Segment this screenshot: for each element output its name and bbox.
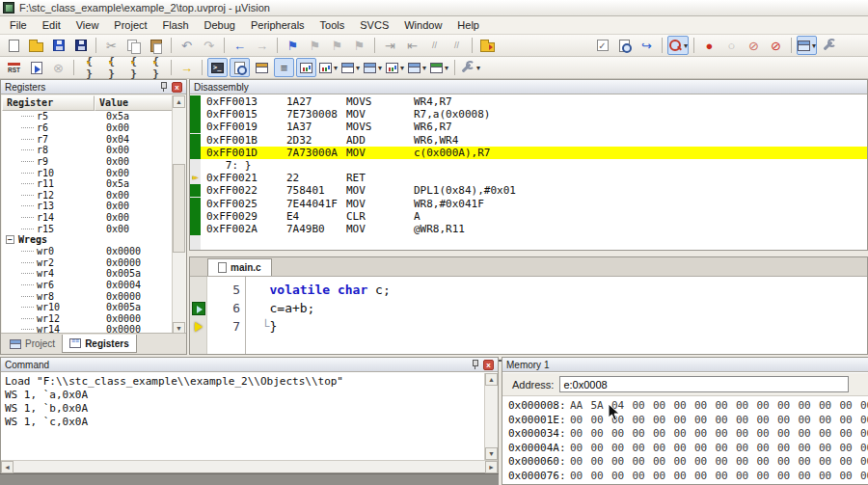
memory-byte[interactable]: 04 xyxy=(611,399,633,412)
command-output[interactable]: Load "F:\\stc_class_example\\example_2\\… xyxy=(1,373,484,460)
memory-byte[interactable]: 00 xyxy=(570,442,591,454)
disable-all-breakpoints-button[interactable]: ⊘ xyxy=(744,36,764,55)
memory-byte[interactable]: AA xyxy=(570,399,591,412)
memory-byte[interactable]: 00 xyxy=(611,470,633,482)
memory-byte[interactable]: 00 xyxy=(694,399,716,412)
memory-byte[interactable]: 00 xyxy=(799,399,820,412)
memory-byte[interactable]: 00 xyxy=(570,414,591,426)
register-row[interactable]: r140x00 xyxy=(2,212,174,224)
disassembly-row[interactable]: 0xFF001B2D32ADDWR6,WR4 xyxy=(190,134,867,147)
peripherals-windows-button[interactable]: ▾ xyxy=(429,58,449,77)
memory-byte[interactable]: 00 xyxy=(591,455,612,468)
memory-byte[interactable]: 00 xyxy=(860,427,868,440)
memory-byte[interactable]: 5A xyxy=(591,399,612,412)
kill-all-breakpoints-button[interactable]: ⊘ xyxy=(766,36,786,55)
memory-byte[interactable]: 00 xyxy=(570,470,591,482)
watch-windows-button[interactable]: ▾ xyxy=(363,58,383,77)
memory-byte[interactable]: 00 xyxy=(736,399,757,412)
register-row[interactable]: r110x5a xyxy=(2,178,174,190)
memory-byte[interactable]: 00 xyxy=(633,427,654,440)
memory-row[interactable]: 0x000076:0000000000000000000000000000000… xyxy=(508,470,868,484)
insert-breakpoint-button[interactable]: ● xyxy=(699,36,719,55)
stop-button[interactable]: ⊗ xyxy=(48,58,68,77)
memory-byte[interactable]: 00 xyxy=(736,427,757,440)
memory-byte[interactable]: 00 xyxy=(840,470,861,482)
memory-byte[interactable]: 00 xyxy=(674,427,695,440)
analysis-windows-button[interactable] xyxy=(296,58,316,77)
editor-line[interactable]: 6 c=a+b; xyxy=(190,299,867,317)
register-row[interactable]: r90x00 xyxy=(2,156,174,168)
next-bookmark-button[interactable]: ⚑ xyxy=(327,36,347,55)
disassembly-row[interactable]: ►0xFF002122RET xyxy=(190,172,867,184)
tab-main-c[interactable]: main.c xyxy=(207,258,272,276)
copy-button[interactable] xyxy=(123,36,144,55)
memory-byte[interactable]: 00 xyxy=(653,455,674,468)
uncomment-button[interactable]: // xyxy=(447,36,467,55)
memory-byte[interactable]: 00 xyxy=(757,455,778,468)
step-over-button[interactable]: { } xyxy=(101,58,122,77)
memory-byte[interactable]: 00 xyxy=(674,414,695,426)
command-window-button[interactable] xyxy=(207,58,228,77)
memory-byte[interactable]: 00 xyxy=(591,442,612,454)
memory-byte[interactable]: 00 xyxy=(860,442,868,454)
memory-byte[interactable]: 00 xyxy=(674,442,695,454)
scroll-left-icon[interactable]: ◄ xyxy=(1,461,14,473)
memory-byte[interactable]: 00 xyxy=(653,442,674,454)
memory-byte[interactable]: 00 xyxy=(633,470,654,482)
memory-byte[interactable]: 00 xyxy=(716,427,737,440)
clear-bookmarks-button[interactable]: ⚑ xyxy=(349,36,369,55)
serial-window-button[interactable]: ▾ xyxy=(407,58,427,77)
memory-byte[interactable]: 00 xyxy=(777,427,799,440)
column-header-value[interactable]: Value xyxy=(95,95,174,111)
memory-byte[interactable]: 00 xyxy=(819,414,840,426)
menu-edit[interactable]: Edit xyxy=(35,17,68,33)
unindent-button[interactable]: ⇤ xyxy=(402,36,422,55)
memory-byte[interactable]: 00 xyxy=(653,399,674,412)
disassembly-row[interactable]: 0xFF0022758401MOVDPL1(0x84),#0x01 xyxy=(190,184,867,197)
save-file-button[interactable] xyxy=(48,36,68,55)
memory-byte[interactable]: 00 xyxy=(777,455,799,468)
redo-button[interactable]: ↷ xyxy=(199,36,219,55)
register-row[interactable]: wr20x0000 xyxy=(2,256,174,268)
memory-byte[interactable]: 00 xyxy=(777,442,799,454)
memory-byte[interactable]: 00 xyxy=(860,470,868,482)
undo-button[interactable]: ↶ xyxy=(176,36,197,55)
register-row[interactable]: wr100x005a xyxy=(2,302,174,313)
system-viewer-button[interactable]: ▾ xyxy=(340,58,361,77)
close-icon[interactable]: x xyxy=(172,82,182,93)
scroll-down-icon[interactable]: ▼ xyxy=(485,447,498,460)
memory-byte[interactable]: 00 xyxy=(694,414,716,426)
memory-byte[interactable]: 00 xyxy=(694,455,716,468)
memory-byte[interactable]: 00 xyxy=(840,427,861,440)
disassembly-row[interactable]: 0xFF00257E44041FMOVWR8,#0x041F xyxy=(190,198,867,210)
memory-byte[interactable]: 00 xyxy=(591,414,612,426)
dropdown-arrow-icon[interactable]: ▾ xyxy=(400,64,404,72)
memory-content[interactable]: 0x000008:AA5A040000000000000000000000000… xyxy=(502,396,868,484)
register-row[interactable]: −Wregs xyxy=(2,234,174,246)
close-icon[interactable]: x xyxy=(483,360,494,370)
memory-byte[interactable]: 00 xyxy=(716,442,737,454)
memory-row[interactable]: 0x000008:AA5A040000000000000000000000000… xyxy=(508,399,868,414)
memory-byte[interactable]: 00 xyxy=(694,427,716,440)
memory-row[interactable]: 0x00001E:0000000000000000000000000000000… xyxy=(508,414,868,428)
command-vscrollbar[interactable]: ▲ ▼ xyxy=(484,373,498,460)
memory-row[interactable]: 0x00004A:0000000000000000000000000000000… xyxy=(508,442,868,456)
new-file-button[interactable] xyxy=(4,36,24,55)
options-checkbox-button[interactable]: ✓ xyxy=(592,36,612,55)
step-into-button[interactable]: { } xyxy=(79,58,99,77)
menu-debug[interactable]: Debug xyxy=(197,17,243,33)
memory-row[interactable]: 0x000034:0000000000000000000000000000000… xyxy=(508,427,868,442)
menu-project[interactable]: Project xyxy=(106,17,154,33)
address-input[interactable] xyxy=(559,376,849,392)
memory-byte[interactable]: 00 xyxy=(611,427,633,440)
disassembly-row[interactable]: 0xFF0029E4CLRA xyxy=(190,210,867,223)
menu-tools[interactable]: Tools xyxy=(312,17,353,33)
memory-byte[interactable]: 00 xyxy=(674,470,695,482)
memory-byte[interactable]: 00 xyxy=(633,414,654,426)
memory-byte[interactable]: 00 xyxy=(716,470,737,482)
memory-byte[interactable]: 00 xyxy=(611,414,633,426)
disassembly-row[interactable]: 0xFF00157E730008MOVR7,a(0x0008) xyxy=(190,108,867,121)
memory-byte[interactable]: 00 xyxy=(860,455,868,468)
memory-byte[interactable]: 00 xyxy=(653,414,674,426)
paste-button[interactable] xyxy=(146,36,166,55)
